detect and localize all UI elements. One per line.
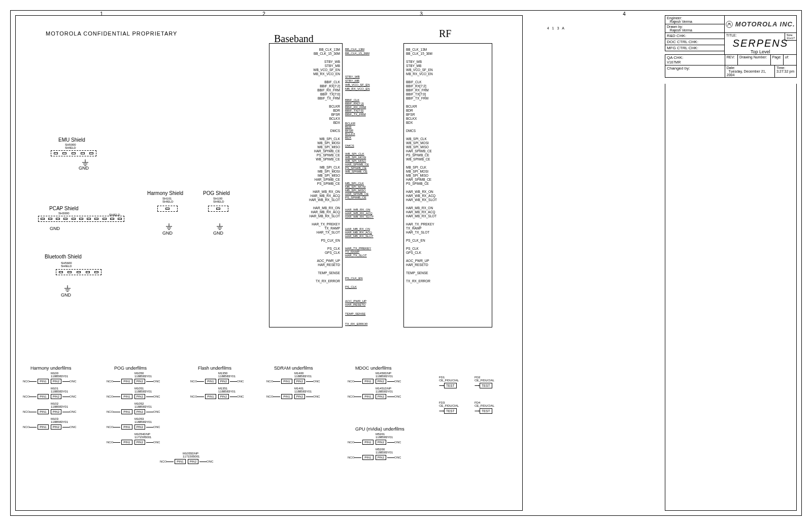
rd-chk: R&D CHK: (665, 33, 724, 39)
wire-label: BBIF_RX_FRM (345, 106, 366, 109)
wire-label: MB_SPI_CLK (345, 182, 364, 185)
rf-signal: DMCS (406, 129, 416, 133)
wire-label: HAR_WB_RX_ACQ (345, 212, 373, 215)
rf-signal: BB_CLK_15_36M (406, 52, 432, 56)
underfilm-partnum: M1021188583Y01 (51, 402, 68, 408)
underfilm-component: NCOPIN1PIN2ONC (107, 439, 160, 446)
bluetooth-shield-title: Bluetooth Shield (45, 254, 82, 259)
wire-label: HAR_WB_RX_SLOT (345, 215, 374, 218)
baseband-signal: HAR_TX_PREKEY (312, 222, 340, 226)
size-value: 11x17 (787, 37, 795, 40)
subtitle: Top Level (725, 49, 796, 54)
col-header-2: 2 (188, 11, 340, 17)
baseband-signal: BBIF_CLK (324, 80, 340, 84)
harmony-shield-label: SHIELD (162, 200, 174, 203)
wire-label: MB_SPI_MOSI (345, 185, 366, 188)
baseband-signal: BFSR (331, 113, 340, 117)
harmony-shield-title: Harmony Shield (147, 190, 183, 196)
rf-signal: WB_SPI_MOSI (406, 141, 429, 145)
pog-shield-symbol (208, 206, 228, 215)
wire-label: BBIF_TX_FRM (345, 113, 366, 116)
rf-signal: MB_RX_VCO_EN (406, 72, 433, 76)
rf-signal: STBY_WB (406, 60, 422, 64)
pog-shield-label: SHIELD (213, 200, 224, 203)
wire-label: HAR_TX_SLOT (345, 254, 367, 257)
baseband-signal: DMCS (330, 129, 340, 133)
underfilm-component: NCOPIN1PIN2ONC (107, 408, 160, 415)
baseband-signal: TEMP_SENSE (318, 271, 340, 275)
baseband-signal: BB_CLK_13M (319, 48, 340, 52)
rf-signal: HAR_WB_RX_ON (406, 190, 433, 194)
baseband-signal: MB_RX_VCO_EN (313, 72, 340, 76)
rf-signal: HAR_SPIMB_CE (406, 178, 431, 182)
wire-label: BB_CLK_13M (345, 48, 364, 51)
underfilm-partnum: M14011188583Y01 (294, 387, 312, 393)
rf-signal: BBIF_RX_FRM (406, 88, 429, 92)
underfilm-partnum: M13511188583Y01 (218, 387, 235, 393)
underfilm-partnum: M1055DNP1171505001 (183, 452, 199, 458)
motorola-logo-icon (726, 21, 733, 28)
rf-signal: WB_SPIWB_CE (406, 157, 430, 161)
underfilm-component: NCOPIN1PIN2ONC (266, 378, 320, 385)
wire-label: BBIF_RX[7:2] (345, 102, 364, 105)
baseband-signal: STBY_WB (324, 60, 340, 64)
underfilm-partnum: M52001188583Y01 (376, 448, 393, 454)
underfilm-partnum: M14001188583Y01 (294, 372, 312, 378)
wire-label: STBY_WB (345, 75, 360, 78)
wire-label: DMCS (345, 144, 354, 147)
rf-signal: BBIF_TX[7:0] (406, 92, 426, 96)
column-headers: 1 2 3 (15, 11, 523, 18)
baseband-signal: STBY_MB (325, 64, 340, 68)
underfilm-component: NCOPIN1PIN2ONC (190, 393, 244, 400)
wire-label: BCLKR (345, 122, 355, 125)
rf-signal: WB_SPI_CLK (406, 137, 427, 141)
rf-signal: BCLKX (406, 117, 417, 121)
baseband-signal: BBIF_RX[7:2] (320, 84, 340, 88)
baseband-signal: PS_CLK_EN (321, 239, 340, 243)
time-label: Time: (776, 66, 785, 70)
underfilm-component: NCOPIN1PIN2ONC (107, 423, 160, 431)
engineer-value: Rajesh Verma (670, 20, 692, 23)
rf-signal: TX_RAMP (406, 226, 422, 231)
wire-label: AOC_PWR_UP (345, 300, 366, 303)
rf-signal: HAR_MB_RX_SLOT (406, 214, 436, 218)
wire-label: PS_CLK (345, 285, 357, 288)
baseband-signal: HAR_TX_SLOT (317, 231, 340, 235)
baseband-signal: HAR_SPIWB_CE (314, 149, 340, 153)
baseband-signal: PS_CLK (327, 247, 340, 251)
wire-label: BB_CLK_15_36M (345, 52, 369, 55)
wire-label: MB_RX_VCO_EN (345, 87, 370, 90)
title-block-body (665, 84, 797, 511)
baseband-signal: HAR_MB_RX_ON (313, 206, 340, 210)
harmony-gnd-label: GND (162, 231, 173, 236)
emu-shield-label: SHIELD (65, 146, 76, 149)
baseband-signal: AOC_PWR_UP (317, 259, 340, 263)
wire-label: WB_SPI_MISO (345, 159, 366, 162)
baseband-signal: BB_CLK_15_36M (314, 52, 340, 56)
underfilm-partnum: M1001188583Y01 (51, 372, 68, 378)
wire-label: WB_VCO_SF_EN (345, 83, 370, 86)
rf-title: RF (439, 28, 451, 40)
baseband-signal: WB_SPI_CLK (319, 137, 340, 141)
pcap-gnd-label: GND (50, 226, 60, 231)
wire-label: PS_CLK_EN (345, 277, 363, 280)
rf-signal: BCLKR (406, 105, 417, 109)
rf-signal: BFSR (406, 113, 415, 117)
pog-shield-title: POG Shield (203, 190, 230, 196)
rf-signal: BBIF_CLK (406, 80, 422, 84)
baseband-signal: BBIF_TX[7:0] (320, 92, 340, 96)
mfg-ctrl: MFG CTRL CHK: (665, 45, 724, 51)
underfilm-partnum: M1031188583Y01 (51, 417, 68, 423)
baseband-signal: BCLKX (329, 117, 340, 121)
wire-label: HAR_RESETD (345, 303, 365, 306)
fiducial: FD2CE_FIDUCIAL⟶TEST (475, 376, 494, 388)
fiducial: FD1CE_FIDUCIAL⟶TEST (439, 376, 459, 388)
rf-block: BB_CLK_13MBB_CLK_15_36MSTBY_WBSTBY_MBWB_… (403, 43, 492, 327)
wire-label: MB_SPI_MISO (345, 189, 366, 192)
rf-signal: STBY_MB (406, 64, 421, 68)
fiducial: FD3CE_FIDUCIAL⟶TEST (439, 401, 459, 414)
underfilm-component: NCOPIN1PIN2ONC (190, 378, 244, 385)
rf-signal: PS_CLK (406, 247, 419, 251)
baseband-signal: BDX (333, 121, 340, 125)
rf-signal: HAR_WB_RX_SLOT (406, 198, 437, 202)
